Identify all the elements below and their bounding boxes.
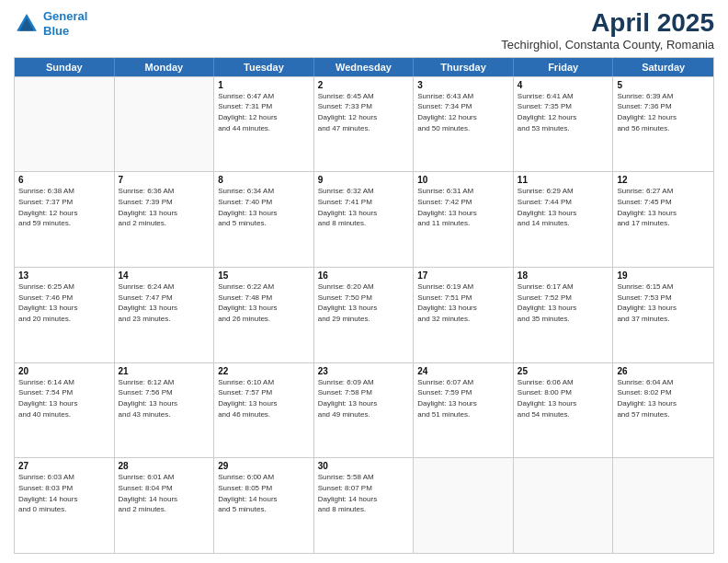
day-info: Sunrise: 6:32 AM Sunset: 7:41 PM Dayligh… — [318, 186, 410, 228]
calendar-cell — [115, 77, 215, 172]
day-number: 7 — [119, 175, 210, 185]
day-number: 30 — [318, 461, 410, 471]
calendar-cell: 7Sunrise: 6:36 AM Sunset: 7:39 PM Daylig… — [115, 172, 215, 267]
calendar-day-header: Sunday — [15, 58, 115, 76]
calendar-day-header: Tuesday — [214, 58, 314, 76]
day-info: Sunrise: 6:24 AM Sunset: 7:47 PM Dayligh… — [119, 282, 210, 324]
calendar-cell — [414, 458, 514, 553]
day-number: 5 — [617, 80, 710, 90]
day-number: 19 — [617, 270, 710, 281]
logo-line2: Blue — [43, 24, 69, 38]
calendar-day-header: Thursday — [414, 58, 514, 76]
calendar: SundayMondayTuesdayWednesdayThursdayFrid… — [14, 57, 714, 554]
calendar-cell: 30Sunrise: 5:58 AM Sunset: 8:07 PM Dayli… — [314, 458, 415, 553]
day-info: Sunrise: 6:14 AM Sunset: 7:54 PM Dayligh… — [18, 377, 110, 419]
calendar-cell: 13Sunrise: 6:25 AM Sunset: 7:46 PM Dayli… — [15, 268, 115, 362]
day-number: 21 — [119, 366, 210, 376]
day-number: 14 — [119, 270, 210, 281]
day-info: Sunrise: 6:45 AM Sunset: 7:33 PM Dayligh… — [318, 91, 410, 133]
day-number: 20 — [18, 366, 110, 376]
calendar-cell: 26Sunrise: 6:04 AM Sunset: 8:02 PM Dayli… — [613, 363, 713, 458]
calendar-day-header: Friday — [514, 58, 614, 76]
day-number: 22 — [218, 366, 310, 376]
calendar-cell — [15, 77, 115, 172]
day-info: Sunrise: 6:36 AM Sunset: 7:39 PM Dayligh… — [119, 186, 210, 228]
calendar-cell: 25Sunrise: 6:06 AM Sunset: 8:00 PM Dayli… — [514, 363, 614, 458]
page: General Blue April 2025 Techirghiol, Con… — [0, 0, 728, 563]
day-number: 17 — [417, 270, 509, 281]
calendar-cell: 14Sunrise: 6:24 AM Sunset: 7:47 PM Dayli… — [115, 268, 215, 362]
day-number: 4 — [518, 80, 609, 90]
calendar-day-header: Monday — [115, 58, 215, 76]
calendar-cell — [514, 458, 614, 553]
day-info: Sunrise: 6:04 AM Sunset: 8:02 PM Dayligh… — [617, 377, 710, 419]
day-number: 24 — [417, 366, 509, 376]
calendar-week: 6Sunrise: 6:38 AM Sunset: 7:37 PM Daylig… — [15, 171, 713, 267]
main-title: April 2025 — [501, 9, 714, 38]
day-info: Sunrise: 6:00 AM Sunset: 8:05 PM Dayligh… — [218, 472, 310, 514]
day-number: 15 — [218, 270, 310, 281]
calendar-cell: 15Sunrise: 6:22 AM Sunset: 7:48 PM Dayli… — [214, 268, 314, 362]
day-info: Sunrise: 6:15 AM Sunset: 7:53 PM Dayligh… — [617, 282, 710, 324]
day-info: Sunrise: 6:34 AM Sunset: 7:40 PM Dayligh… — [218, 186, 310, 228]
day-number: 3 — [417, 80, 509, 90]
day-info: Sunrise: 6:19 AM Sunset: 7:51 PM Dayligh… — [417, 282, 509, 324]
calendar-cell: 10Sunrise: 6:31 AM Sunset: 7:42 PM Dayli… — [414, 172, 514, 267]
day-number: 26 — [617, 366, 710, 376]
calendar-cell: 2Sunrise: 6:45 AM Sunset: 7:33 PM Daylig… — [314, 77, 415, 172]
calendar-header: SundayMondayTuesdayWednesdayThursdayFrid… — [15, 58, 713, 76]
day-info: Sunrise: 6:43 AM Sunset: 7:34 PM Dayligh… — [417, 91, 509, 133]
calendar-cell: 20Sunrise: 6:14 AM Sunset: 7:54 PM Dayli… — [15, 363, 115, 458]
day-info: Sunrise: 6:29 AM Sunset: 7:44 PM Dayligh… — [518, 186, 609, 228]
day-number: 27 — [18, 461, 110, 471]
calendar-cell: 8Sunrise: 6:34 AM Sunset: 7:40 PM Daylig… — [214, 172, 314, 267]
day-info: Sunrise: 6:07 AM Sunset: 7:59 PM Dayligh… — [417, 377, 509, 419]
calendar-cell: 6Sunrise: 6:38 AM Sunset: 7:37 PM Daylig… — [15, 172, 115, 267]
day-number: 8 — [218, 175, 310, 185]
day-number: 12 — [617, 175, 710, 185]
day-number: 1 — [218, 80, 310, 90]
day-number: 25 — [518, 366, 609, 376]
calendar-body: 1Sunrise: 6:47 AM Sunset: 7:31 PM Daylig… — [15, 76, 713, 553]
day-info: Sunrise: 6:01 AM Sunset: 8:04 PM Dayligh… — [119, 472, 210, 514]
calendar-cell: 22Sunrise: 6:10 AM Sunset: 7:57 PM Dayli… — [214, 363, 314, 458]
calendar-cell: 12Sunrise: 6:27 AM Sunset: 7:45 PM Dayli… — [613, 172, 713, 267]
day-number: 9 — [318, 175, 410, 185]
day-number: 28 — [119, 461, 210, 471]
calendar-cell: 18Sunrise: 6:17 AM Sunset: 7:52 PM Dayli… — [514, 268, 614, 362]
day-info: Sunrise: 6:20 AM Sunset: 7:50 PM Dayligh… — [318, 282, 410, 324]
title-block: April 2025 Techirghiol, Constanta County… — [501, 9, 714, 52]
day-info: Sunrise: 6:47 AM Sunset: 7:31 PM Dayligh… — [218, 91, 310, 133]
calendar-cell: 16Sunrise: 6:20 AM Sunset: 7:50 PM Dayli… — [314, 268, 415, 362]
calendar-cell: 11Sunrise: 6:29 AM Sunset: 7:44 PM Dayli… — [514, 172, 614, 267]
day-info: Sunrise: 6:03 AM Sunset: 8:03 PM Dayligh… — [18, 472, 110, 514]
calendar-cell: 4Sunrise: 6:41 AM Sunset: 7:35 PM Daylig… — [514, 77, 614, 172]
calendar-cell: 23Sunrise: 6:09 AM Sunset: 7:58 PM Dayli… — [314, 363, 415, 458]
logo: General Blue — [14, 9, 87, 38]
calendar-cell: 21Sunrise: 6:12 AM Sunset: 7:56 PM Dayli… — [115, 363, 215, 458]
calendar-week: 13Sunrise: 6:25 AM Sunset: 7:46 PM Dayli… — [15, 267, 713, 362]
day-number: 29 — [218, 461, 310, 471]
calendar-cell: 17Sunrise: 6:19 AM Sunset: 7:51 PM Dayli… — [414, 268, 514, 362]
day-info: Sunrise: 6:12 AM Sunset: 7:56 PM Dayligh… — [119, 377, 210, 419]
day-info: Sunrise: 6:25 AM Sunset: 7:46 PM Dayligh… — [18, 282, 110, 324]
calendar-cell — [613, 458, 713, 553]
day-info: Sunrise: 6:38 AM Sunset: 7:37 PM Dayligh… — [18, 186, 110, 228]
calendar-cell: 28Sunrise: 6:01 AM Sunset: 8:04 PM Dayli… — [115, 458, 215, 553]
day-info: Sunrise: 6:41 AM Sunset: 7:35 PM Dayligh… — [518, 91, 609, 133]
day-number: 18 — [518, 270, 609, 281]
subtitle: Techirghiol, Constanta County, Romania — [501, 38, 714, 52]
calendar-cell: 27Sunrise: 6:03 AM Sunset: 8:03 PM Dayli… — [15, 458, 115, 553]
calendar-cell: 1Sunrise: 6:47 AM Sunset: 7:31 PM Daylig… — [214, 77, 314, 172]
day-info: Sunrise: 6:09 AM Sunset: 7:58 PM Dayligh… — [318, 377, 410, 419]
calendar-cell: 9Sunrise: 6:32 AM Sunset: 7:41 PM Daylig… — [314, 172, 415, 267]
day-number: 10 — [417, 175, 509, 185]
day-number: 11 — [518, 175, 609, 185]
day-info: Sunrise: 5:58 AM Sunset: 8:07 PM Dayligh… — [318, 472, 410, 514]
logo-icon — [14, 11, 40, 37]
calendar-day-header: Wednesday — [314, 58, 415, 76]
day-info: Sunrise: 6:06 AM Sunset: 8:00 PM Dayligh… — [518, 377, 609, 419]
calendar-cell: 29Sunrise: 6:00 AM Sunset: 8:05 PM Dayli… — [214, 458, 314, 553]
calendar-week: 20Sunrise: 6:14 AM Sunset: 7:54 PM Dayli… — [15, 362, 713, 458]
day-info: Sunrise: 6:27 AM Sunset: 7:45 PM Dayligh… — [617, 186, 710, 228]
